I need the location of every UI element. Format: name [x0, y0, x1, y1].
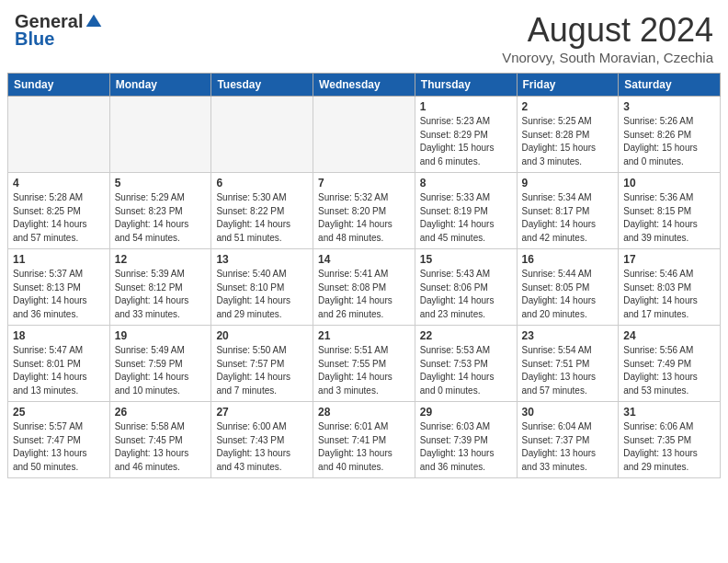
calendar-day: 3Sunrise: 5:26 AMSunset: 8:26 PMDaylight…: [619, 97, 721, 173]
page-header: General Blue August 2024 Vnorovy, South …: [0, 0, 728, 73]
calendar-day: 25Sunrise: 5:57 AMSunset: 7:47 PMDayligh…: [8, 402, 110, 478]
day-info: Sunrise: 6:01 AMSunset: 7:41 PMDaylight:…: [318, 420, 410, 474]
calendar-week-row: 4Sunrise: 5:28 AMSunset: 8:25 PMDaylight…: [8, 173, 721, 249]
day-number: 3: [623, 100, 715, 113]
day-info: Sunrise: 5:32 AMSunset: 8:20 PMDaylight:…: [318, 191, 410, 245]
day-number: 18: [13, 329, 105, 342]
day-of-week-header: Wednesday: [313, 74, 415, 97]
day-of-week-header: Sunday: [8, 74, 110, 97]
day-number: 26: [115, 406, 207, 419]
logo: General Blue: [15, 11, 103, 50]
day-info: Sunrise: 5:49 AMSunset: 7:59 PMDaylight:…: [115, 344, 207, 397]
day-number: 10: [623, 177, 715, 190]
calendar-week-row: 11Sunrise: 5:37 AMSunset: 8:13 PMDayligh…: [8, 249, 721, 326]
day-number: 13: [216, 253, 308, 266]
day-info: Sunrise: 5:34 AMSunset: 8:17 PMDaylight:…: [522, 191, 614, 245]
day-number: 23: [522, 329, 614, 342]
calendar-day: [109, 97, 211, 173]
day-number: 17: [623, 253, 715, 266]
day-info: Sunrise: 5:43 AMSunset: 8:06 PMDaylight:…: [420, 268, 512, 321]
calendar-header: SundayMondayTuesdayWednesdayThursdayFrid…: [8, 74, 721, 97]
day-number: 20: [216, 329, 308, 342]
calendar-day: 29Sunrise: 6:03 AMSunset: 7:39 PMDayligh…: [415, 402, 517, 478]
svg-marker-0: [86, 14, 102, 26]
calendar-day: 15Sunrise: 5:43 AMSunset: 8:06 PMDayligh…: [415, 249, 517, 326]
day-info: Sunrise: 5:37 AMSunset: 8:13 PMDaylight:…: [13, 268, 105, 321]
day-number: 1: [420, 100, 512, 113]
day-info: Sunrise: 6:04 AMSunset: 7:37 PMDaylight:…: [522, 420, 614, 474]
day-number: 24: [623, 329, 715, 342]
day-number: 25: [13, 406, 105, 419]
day-info: Sunrise: 5:26 AMSunset: 8:26 PMDaylight:…: [623, 115, 715, 168]
day-info: Sunrise: 5:56 AMSunset: 7:49 PMDaylight:…: [623, 344, 715, 397]
calendar-day: 18Sunrise: 5:47 AMSunset: 8:01 PMDayligh…: [8, 326, 110, 402]
calendar-day: [211, 97, 313, 173]
day-number: 30: [522, 406, 614, 419]
day-info: Sunrise: 5:58 AMSunset: 7:45 PMDaylight:…: [115, 420, 207, 474]
day-info: Sunrise: 5:51 AMSunset: 7:55 PMDaylight:…: [318, 344, 410, 397]
day-info: Sunrise: 5:41 AMSunset: 8:08 PMDaylight:…: [318, 268, 410, 321]
day-info: Sunrise: 5:29 AMSunset: 8:23 PMDaylight:…: [115, 191, 207, 245]
day-info: Sunrise: 5:40 AMSunset: 8:10 PMDaylight:…: [216, 268, 308, 321]
day-number: 16: [522, 253, 614, 266]
calendar-day: 7Sunrise: 5:32 AMSunset: 8:20 PMDaylight…: [313, 173, 415, 249]
calendar-day: 22Sunrise: 5:53 AMSunset: 7:53 PMDayligh…: [415, 326, 517, 402]
day-info: Sunrise: 5:23 AMSunset: 8:29 PMDaylight:…: [420, 115, 512, 168]
day-header-row: SundayMondayTuesdayWednesdayThursdayFrid…: [8, 74, 721, 97]
day-number: 31: [623, 406, 715, 419]
calendar-day: 14Sunrise: 5:41 AMSunset: 8:08 PMDayligh…: [313, 249, 415, 326]
day-number: 4: [13, 177, 105, 190]
day-of-week-header: Friday: [517, 74, 619, 97]
day-number: 5: [115, 177, 207, 190]
day-number: 2: [522, 100, 614, 113]
calendar-day: 27Sunrise: 6:00 AMSunset: 7:43 PMDayligh…: [211, 402, 313, 478]
calendar-day: [8, 97, 110, 173]
day-of-week-header: Tuesday: [211, 74, 313, 97]
day-info: Sunrise: 5:47 AMSunset: 8:01 PMDaylight:…: [13, 344, 105, 397]
calendar-week-row: 25Sunrise: 5:57 AMSunset: 7:47 PMDayligh…: [8, 402, 721, 478]
calendar-day: 13Sunrise: 5:40 AMSunset: 8:10 PMDayligh…: [211, 249, 313, 326]
day-number: 14: [318, 253, 410, 266]
calendar: SundayMondayTuesdayWednesdayThursdayFrid…: [7, 73, 721, 478]
day-number: 22: [420, 329, 512, 342]
calendar-day: 30Sunrise: 6:04 AMSunset: 7:37 PMDayligh…: [517, 402, 619, 478]
month-year: August 2024: [502, 11, 713, 50]
day-number: 19: [115, 329, 207, 342]
calendar-day: 12Sunrise: 5:39 AMSunset: 8:12 PMDayligh…: [109, 249, 211, 326]
calendar-day: 9Sunrise: 5:34 AMSunset: 8:17 PMDaylight…: [517, 173, 619, 249]
day-info: Sunrise: 5:36 AMSunset: 8:15 PMDaylight:…: [623, 191, 715, 245]
calendar-week-row: 18Sunrise: 5:47 AMSunset: 8:01 PMDayligh…: [8, 326, 721, 402]
day-info: Sunrise: 6:00 AMSunset: 7:43 PMDaylight:…: [216, 420, 308, 474]
day-info: Sunrise: 6:06 AMSunset: 7:35 PMDaylight:…: [623, 420, 715, 474]
day-number: 15: [420, 253, 512, 266]
logo-blue-text: Blue: [15, 29, 103, 50]
calendar-day: 16Sunrise: 5:44 AMSunset: 8:05 PMDayligh…: [517, 249, 619, 326]
day-number: 6: [216, 177, 308, 190]
day-number: 28: [318, 406, 410, 419]
calendar-day: 4Sunrise: 5:28 AMSunset: 8:25 PMDaylight…: [8, 173, 110, 249]
calendar-day: 10Sunrise: 5:36 AMSunset: 8:15 PMDayligh…: [619, 173, 721, 249]
day-number: 21: [318, 329, 410, 342]
calendar-day: [313, 97, 415, 173]
calendar-day: 26Sunrise: 5:58 AMSunset: 7:45 PMDayligh…: [109, 402, 211, 478]
calendar-day: 24Sunrise: 5:56 AMSunset: 7:49 PMDayligh…: [619, 326, 721, 402]
calendar-day: 17Sunrise: 5:46 AMSunset: 8:03 PMDayligh…: [619, 249, 721, 326]
day-number: 8: [420, 177, 512, 190]
day-number: 29: [420, 406, 512, 419]
day-info: Sunrise: 5:39 AMSunset: 8:12 PMDaylight:…: [115, 268, 207, 321]
calendar-day: 23Sunrise: 5:54 AMSunset: 7:51 PMDayligh…: [517, 326, 619, 402]
day-info: Sunrise: 6:03 AMSunset: 7:39 PMDaylight:…: [420, 420, 512, 474]
day-info: Sunrise: 5:53 AMSunset: 7:53 PMDaylight:…: [420, 344, 512, 397]
calendar-wrapper: SundayMondayTuesdayWednesdayThursdayFrid…: [0, 73, 728, 482]
calendar-day: 31Sunrise: 6:06 AMSunset: 7:35 PMDayligh…: [619, 402, 721, 478]
calendar-week-row: 1Sunrise: 5:23 AMSunset: 8:29 PMDaylight…: [8, 97, 721, 173]
calendar-day: 19Sunrise: 5:49 AMSunset: 7:59 PMDayligh…: [109, 326, 211, 402]
day-info: Sunrise: 5:50 AMSunset: 7:57 PMDaylight:…: [216, 344, 308, 397]
day-info: Sunrise: 5:54 AMSunset: 7:51 PMDaylight:…: [522, 344, 614, 397]
calendar-day: 5Sunrise: 5:29 AMSunset: 8:23 PMDaylight…: [109, 173, 211, 249]
day-info: Sunrise: 5:46 AMSunset: 8:03 PMDaylight:…: [623, 268, 715, 321]
calendar-day: 20Sunrise: 5:50 AMSunset: 7:57 PMDayligh…: [211, 326, 313, 402]
calendar-day: 6Sunrise: 5:30 AMSunset: 8:22 PMDaylight…: [211, 173, 313, 249]
day-number: 11: [13, 253, 105, 266]
calendar-day: 8Sunrise: 5:33 AMSunset: 8:19 PMDaylight…: [415, 173, 517, 249]
